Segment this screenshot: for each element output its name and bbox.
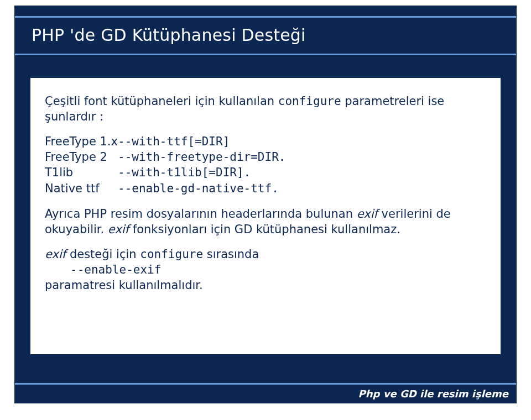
- table-row: FreeType 1.x --with-ttf[=DIR]: [45, 134, 486, 149]
- footer-text: Php ve GD ile resim işleme: [358, 388, 508, 400]
- config-label: FreeType 2: [45, 149, 118, 165]
- code-term: configure: [140, 248, 203, 261]
- table-row: Native ttf --enable-gd-native-ttf.: [45, 181, 486, 196]
- config-value: --with-freetype-dir=DIR.: [118, 149, 285, 165]
- exif-term: exif: [357, 207, 378, 221]
- exif-tail: paramatresi kullanılmalıdır.: [45, 277, 486, 293]
- exif-term: exif: [45, 248, 66, 261]
- text: fonksiyonları için GD kütüphanesi kullan…: [129, 223, 400, 236]
- content-area: Çeşitli font kütüphaneleri için kullanıl…: [30, 78, 501, 354]
- slide-title: PHP 'de GD Kütüphanesi Desteği: [32, 25, 499, 45]
- config-label: FreeType 1.x: [45, 134, 118, 149]
- text: desteği için: [66, 248, 140, 261]
- exif-paragraph-1: Ayrıca PHP resim dosyalarının headerları…: [45, 206, 486, 238]
- table-row: FreeType 2 --with-freetype-dir=DIR.: [45, 149, 486, 165]
- slide: PHP 'de GD Kütüphanesi Desteği Çeşitli f…: [14, 6, 517, 403]
- config-label: Native ttf: [45, 181, 118, 196]
- config-table: FreeType 1.x --with-ttf[=DIR] FreeType 2…: [45, 134, 486, 196]
- config-label: T1lib: [45, 165, 118, 180]
- intro-code: configure: [278, 95, 341, 108]
- config-value: --with-t1lib[=DIR].: [118, 165, 251, 180]
- intro-paragraph: Çeşitli font kütüphaneleri için kullanıl…: [45, 93, 486, 125]
- exif-option: --enable-exif: [70, 262, 486, 277]
- config-value: --enable-gd-native-ttf.: [118, 181, 279, 196]
- title-bar: PHP 'de GD Kütüphanesi Desteği: [15, 16, 516, 55]
- exif-paragraph-2: exif desteği için configure sırasında: [45, 246, 486, 262]
- footer-bar: Php ve GD ile resim işleme: [15, 383, 516, 403]
- exif-term: exif: [108, 223, 129, 236]
- config-value: --with-ttf[=DIR]: [118, 134, 230, 149]
- text: Ayrıca PHP resim dosyalarının headerları…: [45, 207, 357, 221]
- text: sırasında: [203, 248, 259, 261]
- table-row: T1lib --with-t1lib[=DIR].: [45, 165, 486, 180]
- intro-text-pre: Çeşitli font kütüphaneleri için kullanıl…: [45, 95, 278, 108]
